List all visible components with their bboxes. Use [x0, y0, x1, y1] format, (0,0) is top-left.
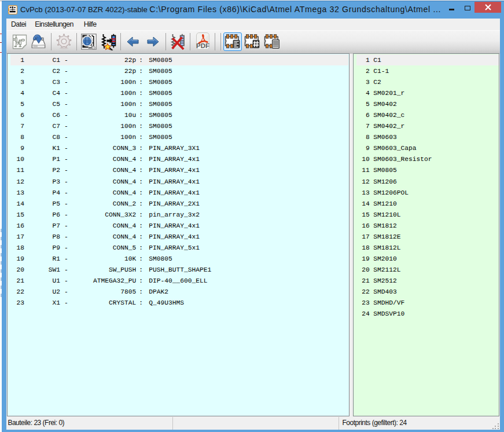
svg-text:PDF: PDF — [196, 42, 209, 49]
